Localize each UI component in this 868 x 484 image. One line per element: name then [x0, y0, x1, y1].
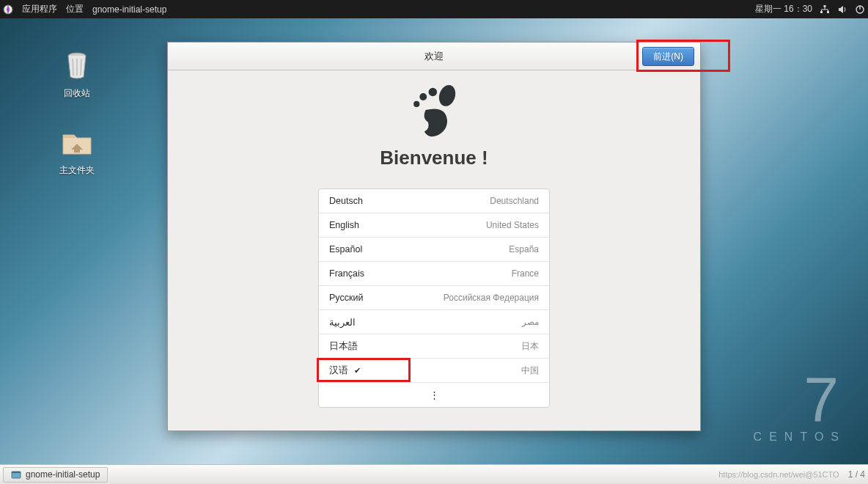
workspace-pager[interactable]: 1 / 4	[848, 469, 865, 480]
bottom-taskbar: gnome-initial-setup https://blog.csdn.ne…	[0, 464, 868, 484]
next-button[interactable]: 前进(N)	[642, 47, 694, 66]
checkmark-icon: ✔	[354, 366, 361, 375]
svg-rect-15	[12, 472, 21, 473]
lang-name: Español	[329, 244, 362, 254]
desktop-icon-label: 主文件夹	[48, 164, 106, 177]
lang-row-chinese[interactable]: 汉语 ✔ 中国	[319, 359, 549, 383]
lang-name: 日本語	[329, 340, 358, 353]
brand-name: CENTOS	[754, 430, 846, 444]
lang-name: 汉语	[329, 364, 348, 377]
window-header: 欢迎 前进(N)	[168, 43, 700, 70]
menu-process[interactable]: gnome-initial-setup	[92, 4, 166, 15]
lang-country: مصر	[522, 317, 539, 327]
svg-point-12	[419, 93, 427, 100]
welcome-heading: Bienvenue !	[380, 147, 488, 169]
desktop-icon-home[interactable]: 主文件夹	[48, 125, 106, 177]
power-icon[interactable]	[855, 4, 865, 15]
brand-version: 7	[754, 367, 846, 430]
desktop-icon-trash[interactable]: 回收站	[48, 48, 106, 100]
watermark-text: https://blog.csdn.net/wei@51CTO	[718, 470, 843, 479]
lang-country: United States	[486, 220, 539, 230]
top-menu-bar: 应用程序 位置 gnome-initial-setup 星期一 16：30	[0, 0, 868, 18]
lang-row-russian[interactable]: Русский Российская Федерация	[319, 286, 549, 310]
lang-name: Français	[329, 268, 364, 279]
volume-icon[interactable]	[837, 4, 847, 15]
lang-row-deutsch[interactable]: Deutsch Deutschland	[319, 189, 549, 213]
svg-point-13	[413, 101, 419, 107]
lang-country: France	[512, 268, 539, 279]
window-title: 欢迎	[424, 50, 444, 63]
svg-point-11	[429, 88, 437, 96]
lang-name: العربية	[329, 317, 356, 328]
lang-country: 日本	[521, 340, 539, 353]
svg-point-10	[436, 84, 457, 109]
menu-applications[interactable]: 应用程序	[22, 3, 57, 15]
lang-row-more[interactable]: ⋮	[319, 383, 549, 407]
taskbar-app-button[interactable]: gnome-initial-setup	[3, 467, 108, 483]
gnome-foot-icon	[404, 84, 464, 144]
lang-country: 中国	[521, 364, 539, 377]
svg-rect-3	[827, 11, 829, 13]
lang-country: Deutschland	[490, 196, 539, 206]
menu-locations[interactable]: 位置	[66, 3, 84, 15]
svg-rect-1	[824, 5, 826, 7]
lang-row-english[interactable]: English United States	[319, 213, 549, 238]
app-icon	[11, 469, 21, 480]
lang-name: English	[329, 220, 359, 230]
lang-row-espanol[interactable]: Español España	[319, 238, 549, 262]
lang-row-arabic[interactable]: العربية مصر	[319, 310, 549, 334]
taskbar-app-label: gnome-initial-setup	[26, 469, 100, 480]
initial-setup-window: 欢迎 前进(N) Bienvenue ! Deutsch Deutschland…	[167, 42, 701, 431]
more-icon: ⋮	[430, 389, 439, 400]
lang-row-francais[interactable]: Français France	[319, 262, 549, 286]
language-list: Deutsch Deutschland English United State…	[318, 188, 550, 408]
desktop-icon-label: 回收站	[48, 87, 106, 100]
lang-name: Русский	[329, 293, 363, 303]
distro-logo-icon	[3, 4, 13, 15]
network-icon[interactable]	[820, 4, 830, 15]
lang-row-japanese[interactable]: 日本語 日本	[319, 334, 549, 359]
svg-rect-2	[820, 11, 823, 13]
lang-country: Российская Федерация	[444, 293, 539, 303]
centos-brand: 7 CENTOS	[754, 367, 846, 444]
lang-country: España	[509, 244, 539, 254]
lang-name: Deutsch	[329, 196, 363, 206]
clock-text[interactable]: 星期一 16：30	[755, 3, 812, 15]
